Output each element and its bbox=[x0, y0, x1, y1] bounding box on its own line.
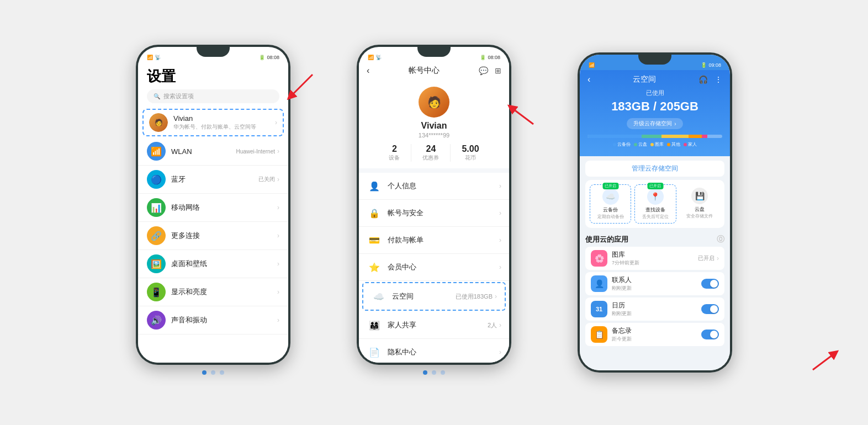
cloud-apps: 使用云的应用 ⓪ 🌸 图库 7分钟前更新 已开启 bbox=[580, 231, 730, 348]
service-items: 已开启 ☁️ 云备份 定期自动备份 已开启 📍 查找设备 丢失后可定位 bbox=[590, 184, 720, 224]
notes-toggle[interactable] bbox=[701, 330, 719, 339]
dot-1-2 bbox=[211, 370, 215, 375]
menu-payment-label: 付款与帐单 bbox=[388, 235, 499, 245]
upgrade-button[interactable]: 升级云存储空间 › bbox=[627, 118, 682, 129]
back-button[interactable]: ‹ bbox=[367, 66, 369, 76]
app-notes[interactable]: 📋 备忘录 距今更新 bbox=[585, 323, 724, 346]
app-gallery[interactable]: 🌸 图库 7分钟前更新 已开启 › bbox=[585, 247, 724, 270]
wlan-item[interactable]: 📶 WLAN Huawei-Internet › bbox=[138, 137, 288, 166]
sound-item[interactable]: 🔊 声音和振动 › bbox=[138, 306, 288, 334]
search-bar[interactable]: 🔍 搜索设置项 bbox=[147, 89, 279, 103]
legend-gallery: 图库 bbox=[655, 141, 664, 147]
settings-title: 设置 bbox=[138, 62, 288, 89]
service-backup[interactable]: 已开启 ☁️ 云备份 定期自动备份 bbox=[590, 184, 631, 224]
bluetooth-label: 蓝牙 bbox=[171, 174, 258, 184]
menu-security[interactable]: 🔒 帐号与安全 › bbox=[359, 200, 509, 227]
menu-privacy[interactable]: 📄 隐私中心 › bbox=[359, 339, 509, 363]
app-notes-name: 备忘录 bbox=[612, 326, 701, 336]
legend-dot-other bbox=[667, 143, 670, 146]
legend-dot-disk bbox=[634, 143, 637, 146]
upgrade-arrow: › bbox=[674, 121, 676, 127]
phone3-group: 📶 🔋 09:08 ‹ 云空间 bbox=[578, 52, 732, 373]
cloud-back-button[interactable]: ‹ bbox=[588, 75, 590, 84]
stat-coupons: 24 优惠券 bbox=[411, 144, 451, 162]
chat-icon[interactable]: 💬 bbox=[479, 66, 488, 75]
bluetooth-item[interactable]: 🔵 蓝牙 已关闭 › bbox=[138, 166, 288, 194]
app-notes-icon: 📋 bbox=[591, 326, 607, 343]
gallery-arrow: › bbox=[717, 254, 719, 262]
profile-avatar: 🧑 bbox=[419, 87, 449, 118]
phones-row: 📶 📡 🔋 08:08 设置 🔍 搜索设置项 bbox=[136, 45, 732, 380]
more-icon[interactable]: ⋮ bbox=[714, 75, 722, 84]
display-icon: 📱 bbox=[147, 283, 166, 301]
phone1-group: 📶 📡 🔋 08:08 设置 🔍 搜索设置项 bbox=[136, 45, 290, 380]
wlan-value: Huawei-Internet bbox=[236, 148, 275, 155]
dot-1-3 bbox=[220, 370, 224, 375]
desktop-item[interactable]: 🖼️ 桌面和壁纸 › bbox=[138, 250, 288, 278]
menu-payment-icon: 💳 bbox=[367, 232, 382, 248]
phone2-group: 📶 📡 🔋 08:08 ‹ 帐号中心 bbox=[357, 45, 511, 380]
app-calendar[interactable]: 31 日历 刚刚更新 bbox=[585, 298, 724, 321]
contacts-toggle[interactable] bbox=[701, 279, 719, 289]
legend-dot-backup bbox=[613, 143, 616, 146]
phone2-inner: 📶 📡 🔋 08:08 ‹ 帐号中心 bbox=[359, 47, 509, 363]
settings-list: 🧑 Vivian 华为帐号、付款与账单、云空间等 › 📶 bbox=[138, 108, 288, 363]
menu-security-label: 帐号与安全 bbox=[388, 208, 499, 218]
service-disk-name: 云盘 bbox=[695, 206, 705, 213]
progress-legend: 云备份 云盘 图库 bbox=[588, 141, 722, 147]
more-conn-item[interactable]: 🔗 更多连接 › bbox=[138, 222, 288, 250]
legend-dot-family bbox=[684, 143, 687, 146]
phone1: 📶 📡 🔋 08:08 设置 🔍 搜索设置项 bbox=[136, 45, 290, 365]
arrow3-svg bbox=[802, 337, 846, 381]
stat-coins-num: 5.00 bbox=[462, 144, 479, 154]
mobile-item[interactable]: 📊 移动网络 › bbox=[138, 194, 288, 222]
wlan-label: WLAN bbox=[171, 147, 236, 156]
phone3: 📶 🔋 09:08 ‹ 云空间 bbox=[578, 52, 732, 373]
user-subtitle: 华为帐号、付款与账单、云空间等 bbox=[173, 123, 275, 131]
dots-1 bbox=[202, 365, 224, 380]
signal-icon3: 📶 bbox=[589, 62, 595, 68]
menu-family-label: 家人共享 bbox=[388, 320, 488, 330]
more-conn-arrow: › bbox=[277, 232, 279, 240]
service-disk[interactable]: 💾 云盘 安全存储文件 bbox=[680, 184, 720, 224]
menu-cloud-label: 云空间 bbox=[392, 291, 456, 301]
headset-icon[interactable]: 🎧 bbox=[698, 75, 708, 84]
arrow1-svg bbox=[279, 69, 329, 113]
arrow2-svg bbox=[500, 91, 550, 135]
menu-profile[interactable]: 👤 个人信息 › bbox=[359, 173, 509, 200]
service-backup-icon: ☁️ bbox=[602, 188, 619, 205]
app-gallery-status: 已开启 bbox=[698, 254, 714, 262]
manage-cloud-button[interactable]: 管理云存储空间 bbox=[585, 161, 724, 177]
app-contacts[interactable]: 👤 联系人 刚刚更新 bbox=[585, 272, 724, 295]
upgrade-label: 升级云存储空间 bbox=[633, 120, 672, 128]
calendar-toggle[interactable] bbox=[701, 304, 719, 314]
display-item[interactable]: 📱 显示和亮度 › bbox=[138, 278, 288, 306]
app-gallery-icon: 🌸 bbox=[591, 250, 607, 267]
user-item[interactable]: 🧑 Vivian 华为帐号、付款与账单、云空间等 › bbox=[142, 109, 284, 136]
menu-family[interactable]: 👨‍👩‍👧 家人共享 2人 › bbox=[359, 312, 509, 339]
dots-2 bbox=[423, 365, 445, 380]
menu-payment[interactable]: 💳 付款与帐单 › bbox=[359, 227, 509, 254]
menu-family-value: 2人 bbox=[488, 321, 497, 330]
stat-devices-num: 2 bbox=[392, 144, 397, 154]
service-find-icon: 📍 bbox=[647, 188, 664, 205]
display-arrow: › bbox=[277, 288, 279, 296]
account-nav: ‹ 帐号中心 💬 ⊞ bbox=[359, 62, 509, 79]
battery-icon: 🔋 bbox=[259, 55, 265, 60]
menu-member[interactable]: ⭐ 会员中心 › bbox=[359, 254, 509, 281]
service-find[interactable]: 已开启 📍 查找设备 丢失后可定位 bbox=[634, 184, 676, 224]
cloud-services: 已开启 ☁️ 云备份 定期自动备份 已开启 📍 查找设备 丢失后可定位 bbox=[585, 180, 724, 228]
user-avatar-icon: 🧑 bbox=[149, 113, 168, 132]
user-name: Vivian bbox=[173, 114, 275, 123]
pb-family bbox=[702, 135, 707, 138]
fullscreen-icon[interactable]: ⊞ bbox=[495, 66, 501, 75]
stat-coins-label: 花币 bbox=[465, 154, 476, 162]
apps-title-text: 使用云的应用 bbox=[585, 235, 628, 245]
menu-cloud[interactable]: ☁️ 云空间 已使用183GB › bbox=[362, 282, 506, 311]
menu-profile-icon: 👤 bbox=[367, 178, 382, 194]
wifi-icon2: 📡 bbox=[375, 55, 382, 60]
app-calendar-time: 刚刚更新 bbox=[612, 310, 701, 317]
profile-id: 134******99 bbox=[419, 132, 449, 139]
profile-name: Vivian bbox=[421, 121, 447, 131]
menu-cloud-value: 已使用183GB bbox=[456, 293, 493, 301]
